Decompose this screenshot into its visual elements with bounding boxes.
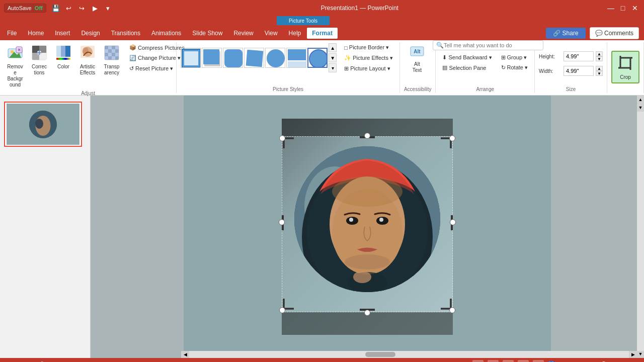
gallery-more-btn[interactable]: ▾ <box>329 63 337 72</box>
canvas-scroll-down[interactable]: ▼ <box>637 104 644 112</box>
picture-layout-button[interactable]: ⊞ Picture Layout ▾ <box>342 64 395 73</box>
menu-view[interactable]: View <box>260 28 283 39</box>
window-controls: — □ ✕ <box>606 3 640 13</box>
border-icon: □ <box>344 45 348 51</box>
svg-point-50 <box>35 119 43 129</box>
zoom-in-btn[interactable]: ＋ <box>618 360 624 363</box>
layout-icon: ⊞ <box>344 65 349 72</box>
svg-point-61 <box>349 218 353 222</box>
canvas-scroll-up[interactable]: ▲ <box>637 96 644 104</box>
reset-icon: ↺ <box>129 65 134 72</box>
menu-design[interactable]: Design <box>76 28 105 39</box>
alt-text-icon: Alt <box>410 45 424 60</box>
accessibility-label: Accessibility <box>404 85 431 92</box>
width-down-btn[interactable]: ▼ <box>596 71 603 76</box>
height-input[interactable] <box>564 51 594 61</box>
crop-button[interactable]: Crop <box>611 51 639 83</box>
scroll-down-btn[interactable]: ▼ <box>637 350 644 358</box>
more-btn[interactable]: ▾ <box>103 3 114 14</box>
zoom-out-btn[interactable]: － <box>565 360 570 363</box>
slide-sorter-btn[interactable]: ⊞ <box>503 360 514 362</box>
menu-help[interactable]: Help <box>284 28 306 39</box>
style-rotated[interactable] <box>244 48 264 68</box>
menu-slideshow[interactable]: Slide Show <box>187 28 227 39</box>
remove-background-button[interactable]: RemoveBackground <box>4 43 26 89</box>
handle-bc[interactable] <box>364 310 370 316</box>
accessibility-content: Alt AltText <box>404 43 431 85</box>
canvas-vscroll[interactable]: ▲ ▼ <box>637 96 644 351</box>
handle-tc[interactable] <box>364 133 370 139</box>
menu-format[interactable]: Format <box>307 28 338 39</box>
picture-effects-button[interactable]: ✨ Picture Effects ▾ <box>342 54 395 62</box>
style-simple-frame[interactable] <box>181 48 201 68</box>
normal-view-btn[interactable]: ▣ <box>488 360 499 362</box>
transparency-button[interactable]: Transparency <box>101 43 123 77</box>
present-btn[interactable]: ▶ <box>90 3 101 14</box>
maximize-btn[interactable]: □ <box>618 3 628 13</box>
image-wrapper <box>282 119 453 335</box>
handle-tl[interactable] <box>279 135 285 141</box>
handle-ml[interactable] <box>279 219 285 225</box>
rotate-button[interactable]: ↻ Rotate ▾ <box>499 63 530 72</box>
comments-button[interactable]: 💬 Comments <box>590 27 639 39</box>
group-button[interactable]: ⊞ Group ▾ <box>499 53 530 62</box>
menu-insert[interactable]: Insert <box>50 28 75 39</box>
undo-btn[interactable]: ↩ <box>63 3 74 14</box>
search-input[interactable] <box>444 42 534 48</box>
styles-content: ▲ ▼ ▾ □ Picture Border ▾ ✨ Picture Effec… <box>181 43 395 85</box>
close-btn[interactable]: ✕ <box>630 3 640 13</box>
scroll-left-btn[interactable]: ◀ <box>181 351 189 358</box>
save-btn[interactable]: 💾 <box>50 3 61 14</box>
style-rounded[interactable] <box>223 48 243 68</box>
menu-home[interactable]: Home <box>23 28 49 39</box>
handle-tr[interactable] <box>449 135 455 141</box>
style-shadow[interactable] <box>202 48 222 68</box>
send-backward-button[interactable]: ⬇ Send Backward ▾ <box>440 53 494 62</box>
menu-animations[interactable]: Animations <box>146 28 186 39</box>
color-button[interactable]: Color <box>52 43 74 71</box>
selection-pane-button[interactable]: ▤ Selection Pane <box>440 63 494 72</box>
style-oval[interactable] <box>265 48 285 68</box>
reading-view-btn[interactable]: ▤ <box>518 360 529 362</box>
handle-bl[interactable] <box>279 307 285 313</box>
style-circle-selected[interactable] <box>307 48 328 68</box>
redo-btn[interactable]: ↪ <box>76 3 88 14</box>
horizontal-scrollbar[interactable]: ◀ ▶ <box>181 351 637 358</box>
svg-rect-38 <box>288 61 306 67</box>
main-area: 1 ▲ ▼ <box>0 96 644 358</box>
style-reflected[interactable] <box>286 48 306 68</box>
compress-icon: 📦 <box>129 44 136 51</box>
h-scroll-thumb[interactable] <box>365 352 395 357</box>
autosave-badge[interactable]: AutoSave Off <box>4 4 46 13</box>
gallery-down-btn[interactable]: ▼ <box>329 53 337 62</box>
width-input[interactable] <box>564 66 594 76</box>
menu-transitions[interactable]: Transitions <box>106 28 145 39</box>
canvas-area: ▲ ▼ <box>91 96 644 358</box>
slideshow-btn[interactable]: ▶ <box>533 360 544 362</box>
ribbon-group-crop: Crop <box>607 42 644 93</box>
minimize-btn[interactable]: — <box>606 3 616 13</box>
statusbar: Slide 1 of 1 🔒 English (Indonesia) Notes… <box>0 358 644 362</box>
scroll-right-btn[interactable]: ▶ <box>629 351 637 358</box>
corrections-button[interactable]: Corrections <box>28 43 50 77</box>
adjust-content: RemoveBackground Corrections <box>4 43 172 89</box>
height-down-btn[interactable]: ▼ <box>596 56 603 61</box>
menu-review[interactable]: Review <box>228 28 258 39</box>
width-up-btn[interactable]: ▲ <box>596 66 603 71</box>
share-button[interactable]: 🔗 Share <box>546 28 586 39</box>
group-icon: ⊞ <box>501 54 506 61</box>
artistic-effects-button[interactable]: ArtisticEffects <box>76 43 99 77</box>
handle-br[interactable] <box>449 307 455 313</box>
slide-thumbnail[interactable] <box>4 102 82 147</box>
ribbon-group-size: Height: ▲ ▼ Width: ▲ ▼ Size <box>535 42 607 93</box>
ribbon-group-picture-styles: ▲ ▼ ▾ □ Picture Border ▾ ✨ Picture Effec… <box>177 42 400 93</box>
gallery-up-btn[interactable]: ▲ <box>329 43 337 52</box>
menu-file[interactable]: File <box>2 28 22 39</box>
handle-mr[interactable] <box>450 219 456 225</box>
width-row: Width: ▲ ▼ <box>539 66 603 76</box>
alt-text-button[interactable]: Alt AltText <box>406 43 428 75</box>
picture-border-button[interactable]: □ Picture Border ▾ <box>342 43 395 52</box>
remove-bg-label: RemoveBackground <box>7 64 23 88</box>
height-up-btn[interactable]: ▲ <box>596 51 603 56</box>
notes-button[interactable]: Notes <box>472 360 484 362</box>
